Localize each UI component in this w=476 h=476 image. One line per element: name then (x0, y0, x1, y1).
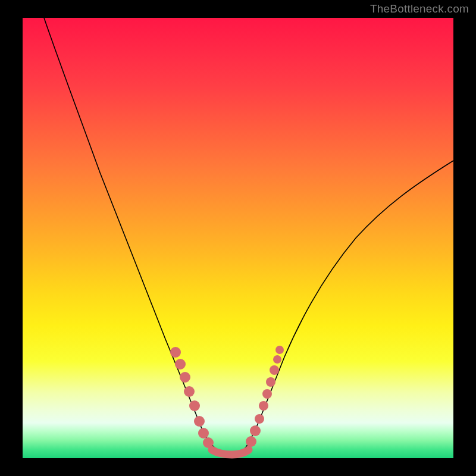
marker-dot (198, 428, 209, 439)
plot-area (23, 18, 453, 458)
marker-dot (259, 401, 268, 411)
watermark-text: TheBottleneck.com (370, 2, 469, 15)
marker-dot (189, 400, 200, 411)
marker-dot (184, 386, 195, 397)
bottleneck-curve (44, 18, 453, 455)
marker-dot (275, 346, 284, 354)
marker-dot (255, 414, 264, 424)
marker-dot (266, 377, 275, 387)
marker-group (170, 346, 284, 448)
marker-dot (203, 437, 214, 448)
marker-dot (175, 359, 186, 369)
marker-dot (170, 347, 181, 358)
marker-dot (250, 425, 261, 436)
marker-dot (262, 389, 272, 399)
marker-dot (270, 365, 279, 375)
curve-svg (23, 18, 453, 458)
marker-dot (273, 355, 281, 364)
valley-highlight (212, 450, 249, 455)
marker-dot (194, 416, 205, 427)
marker-dot (246, 436, 256, 447)
marker-dot (180, 372, 190, 383)
chart-stage: TheBottleneck.com (0, 0, 476, 476)
